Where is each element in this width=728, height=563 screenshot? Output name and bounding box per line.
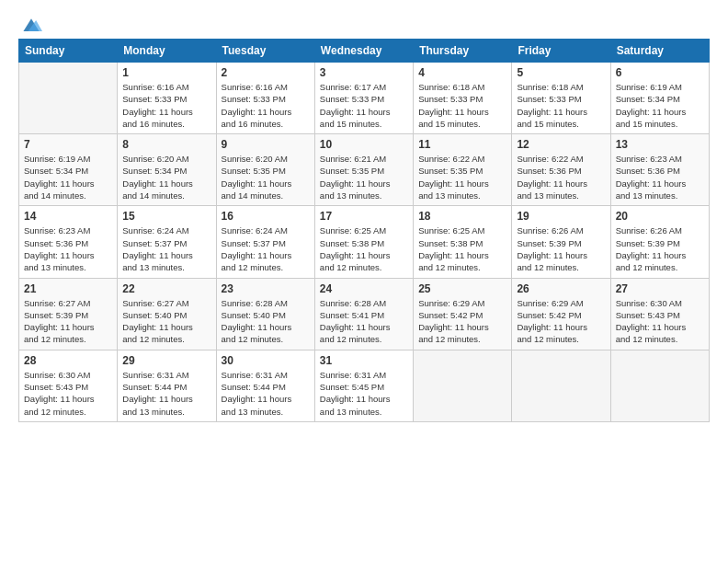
day-info: Sunrise: 6:26 AM Sunset: 5:39 PM Dayligh… <box>616 224 704 273</box>
day-number: 22 <box>122 282 210 295</box>
day-info: Sunrise: 6:20 AM Sunset: 5:35 PM Dayligh… <box>222 153 310 201</box>
weekday-header-tuesday: Tuesday <box>216 40 314 63</box>
day-cell: 9Sunrise: 6:20 AM Sunset: 5:35 PM Daylig… <box>216 134 314 206</box>
day-info: Sunrise: 6:16 AM Sunset: 5:33 PM Dayligh… <box>122 81 210 130</box>
day-cell: 10Sunrise: 6:21 AM Sunset: 5:35 PM Dayli… <box>314 134 413 206</box>
day-cell: 14Sunrise: 6:23 AM Sunset: 5:36 PM Dayli… <box>19 206 118 278</box>
day-cell: 11Sunrise: 6:22 AM Sunset: 5:35 PM Dayli… <box>414 134 512 206</box>
weekday-header-sunday: Sunday <box>19 40 118 63</box>
logo-icon <box>20 17 42 35</box>
day-number: 14 <box>24 210 112 223</box>
day-number: 4 <box>418 66 506 79</box>
week-row-4: 21Sunrise: 6:27 AM Sunset: 5:39 PM Dayli… <box>19 278 710 350</box>
day-info: Sunrise: 6:29 AM Sunset: 5:42 PM Dayligh… <box>517 297 605 346</box>
day-number: 16 <box>222 210 310 223</box>
day-cell: 24Sunrise: 6:28 AM Sunset: 5:41 PM Dayli… <box>314 278 413 350</box>
day-info: Sunrise: 6:20 AM Sunset: 5:34 PM Dayligh… <box>122 153 210 201</box>
day-info: Sunrise: 6:27 AM Sunset: 5:39 PM Dayligh… <box>24 297 112 346</box>
weekday-header-thursday: Thursday <box>414 40 512 63</box>
day-cell: 7Sunrise: 6:19 AM Sunset: 5:34 PM Daylig… <box>19 134 118 206</box>
calendar-page: SundayMondayTuesdayWednesdayThursdayFrid… <box>0 0 728 563</box>
day-number: 21 <box>24 282 112 295</box>
day-number: 17 <box>320 210 408 223</box>
day-cell: 2Sunrise: 6:16 AM Sunset: 5:33 PM Daylig… <box>216 63 314 134</box>
day-number: 30 <box>222 354 310 367</box>
day-cell: 12Sunrise: 6:22 AM Sunset: 5:36 PM Dayli… <box>512 134 610 206</box>
day-info: Sunrise: 6:19 AM Sunset: 5:34 PM Dayligh… <box>616 81 704 130</box>
day-number: 31 <box>320 354 408 367</box>
day-cell: 26Sunrise: 6:29 AM Sunset: 5:42 PM Dayli… <box>512 278 610 350</box>
day-cell: 8Sunrise: 6:20 AM Sunset: 5:34 PM Daylig… <box>118 134 216 206</box>
day-info: Sunrise: 6:23 AM Sunset: 5:36 PM Dayligh… <box>616 153 704 201</box>
day-number: 29 <box>122 354 210 367</box>
day-cell: 17Sunrise: 6:25 AM Sunset: 5:38 PM Dayli… <box>314 206 413 278</box>
day-number: 2 <box>222 66 310 79</box>
day-cell: 15Sunrise: 6:24 AM Sunset: 5:37 PM Dayli… <box>118 206 216 278</box>
day-info: Sunrise: 6:25 AM Sunset: 5:38 PM Dayligh… <box>320 224 408 273</box>
day-number: 8 <box>122 138 210 151</box>
day-number: 11 <box>418 138 506 151</box>
day-number: 10 <box>320 138 408 151</box>
day-info: Sunrise: 6:30 AM Sunset: 5:43 PM Dayligh… <box>616 297 704 346</box>
week-row-2: 7Sunrise: 6:19 AM Sunset: 5:34 PM Daylig… <box>19 134 710 206</box>
day-info: Sunrise: 6:19 AM Sunset: 5:34 PM Dayligh… <box>24 153 112 201</box>
day-info: Sunrise: 6:18 AM Sunset: 5:33 PM Dayligh… <box>517 81 605 130</box>
day-number: 13 <box>616 138 704 151</box>
day-info: Sunrise: 6:23 AM Sunset: 5:36 PM Dayligh… <box>24 224 112 273</box>
day-number: 3 <box>320 66 408 79</box>
day-cell: 28Sunrise: 6:30 AM Sunset: 5:43 PM Dayli… <box>19 350 118 421</box>
day-cell: 6Sunrise: 6:19 AM Sunset: 5:34 PM Daylig… <box>610 63 709 134</box>
day-cell: 13Sunrise: 6:23 AM Sunset: 5:36 PM Dayli… <box>610 134 709 206</box>
day-number: 6 <box>616 66 704 79</box>
day-info: Sunrise: 6:18 AM Sunset: 5:33 PM Dayligh… <box>418 81 506 130</box>
day-cell <box>414 350 512 421</box>
day-info: Sunrise: 6:21 AM Sunset: 5:35 PM Dayligh… <box>320 153 408 201</box>
day-cell: 4Sunrise: 6:18 AM Sunset: 5:33 PM Daylig… <box>414 63 512 134</box>
day-cell: 25Sunrise: 6:29 AM Sunset: 5:42 PM Dayli… <box>414 278 512 350</box>
day-info: Sunrise: 6:24 AM Sunset: 5:37 PM Dayligh… <box>122 224 210 273</box>
day-info: Sunrise: 6:31 AM Sunset: 5:44 PM Dayligh… <box>122 369 210 418</box>
day-number: 19 <box>517 210 605 223</box>
weekday-header-saturday: Saturday <box>610 40 709 63</box>
day-number: 7 <box>24 138 112 151</box>
day-cell: 21Sunrise: 6:27 AM Sunset: 5:39 PM Dayli… <box>19 278 118 350</box>
day-info: Sunrise: 6:27 AM Sunset: 5:40 PM Dayligh… <box>122 297 210 346</box>
day-number: 9 <box>222 138 310 151</box>
weekday-header-wednesday: Wednesday <box>314 40 413 63</box>
week-row-5: 28Sunrise: 6:30 AM Sunset: 5:43 PM Dayli… <box>19 350 710 421</box>
weekday-header-row: SundayMondayTuesdayWednesdayThursdayFrid… <box>19 40 710 63</box>
day-number: 5 <box>517 66 605 79</box>
day-number: 20 <box>616 210 704 223</box>
day-info: Sunrise: 6:22 AM Sunset: 5:35 PM Dayligh… <box>418 153 506 201</box>
day-info: Sunrise: 6:22 AM Sunset: 5:36 PM Dayligh… <box>517 153 605 201</box>
day-cell: 3Sunrise: 6:17 AM Sunset: 5:33 PM Daylig… <box>314 63 413 134</box>
day-info: Sunrise: 6:30 AM Sunset: 5:43 PM Dayligh… <box>24 369 112 418</box>
day-number: 15 <box>122 210 210 223</box>
weekday-header-monday: Monday <box>118 40 216 63</box>
day-cell <box>19 63 118 134</box>
day-number: 23 <box>222 282 310 295</box>
day-number: 26 <box>517 282 605 295</box>
day-cell: 19Sunrise: 6:26 AM Sunset: 5:39 PM Dayli… <box>512 206 610 278</box>
day-info: Sunrise: 6:17 AM Sunset: 5:33 PM Dayligh… <box>320 81 408 130</box>
day-info: Sunrise: 6:29 AM Sunset: 5:42 PM Dayligh… <box>418 297 506 346</box>
day-info: Sunrise: 6:28 AM Sunset: 5:41 PM Dayligh… <box>320 297 408 346</box>
day-number: 18 <box>418 210 506 223</box>
day-cell: 20Sunrise: 6:26 AM Sunset: 5:39 PM Dayli… <box>610 206 709 278</box>
logo <box>18 17 42 31</box>
day-number: 27 <box>616 282 704 295</box>
day-cell: 30Sunrise: 6:31 AM Sunset: 5:44 PM Dayli… <box>216 350 314 421</box>
day-info: Sunrise: 6:31 AM Sunset: 5:44 PM Dayligh… <box>222 369 310 418</box>
day-number: 24 <box>320 282 408 295</box>
day-number: 1 <box>122 66 210 79</box>
day-number: 25 <box>418 282 506 295</box>
day-cell: 18Sunrise: 6:25 AM Sunset: 5:38 PM Dayli… <box>414 206 512 278</box>
day-cell: 27Sunrise: 6:30 AM Sunset: 5:43 PM Dayli… <box>610 278 709 350</box>
day-info: Sunrise: 6:31 AM Sunset: 5:45 PM Dayligh… <box>320 369 408 418</box>
week-row-3: 14Sunrise: 6:23 AM Sunset: 5:36 PM Dayli… <box>19 206 710 278</box>
day-cell: 29Sunrise: 6:31 AM Sunset: 5:44 PM Dayli… <box>118 350 216 421</box>
day-cell: 5Sunrise: 6:18 AM Sunset: 5:33 PM Daylig… <box>512 63 610 134</box>
day-info: Sunrise: 6:24 AM Sunset: 5:37 PM Dayligh… <box>222 224 310 273</box>
day-cell: 22Sunrise: 6:27 AM Sunset: 5:40 PM Dayli… <box>118 278 216 350</box>
day-number: 28 <box>24 354 112 367</box>
